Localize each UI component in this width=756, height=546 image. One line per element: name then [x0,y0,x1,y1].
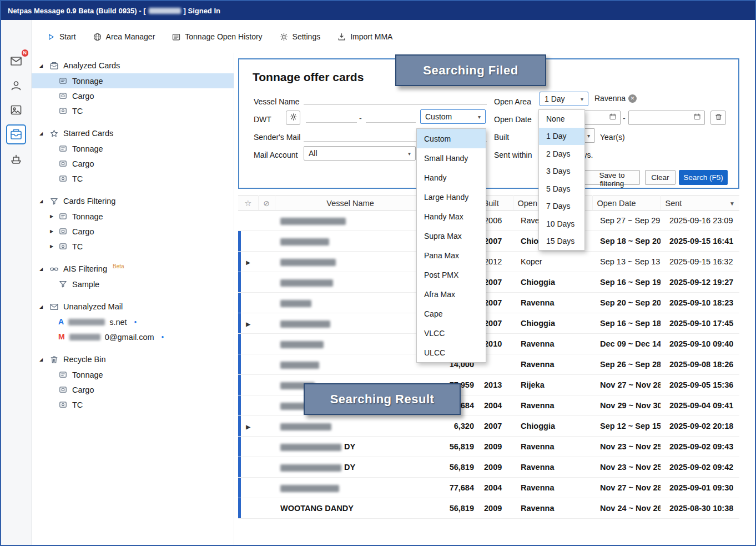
clear-dates-button[interactable] [710,111,726,125]
dropdown-option-pana-max[interactable]: Pana Max [417,246,486,265]
dwt-min-input[interactable] [306,109,357,123]
dropdown-option-10-days[interactable]: 10 Days [539,215,584,233]
search-button[interactable]: Search (F5) [679,170,728,185]
row-select-cell[interactable] [258,437,275,457]
sidebar-section-unanalyzed-mail[interactable]: ◢Unanalyzed Mail [32,299,234,314]
calendar-icon[interactable] [693,113,701,123]
sidebar-section-ais-filtering[interactable]: ◢AIS FilteringBeta [32,261,234,277]
row-select-cell[interactable] [258,457,275,478]
dwt-type-select[interactable]: Custom ▾ [420,109,486,124]
sidebar-item-starred-cards-cargo[interactable]: Cargo [32,156,234,171]
sort-descending-icon[interactable]: ▼ [729,201,735,207]
row-select-cell[interactable] [258,375,275,395]
sidebar-section-cards-filtering[interactable]: ◢Cards Filtering [32,193,234,209]
row-select-cell[interactable] [258,354,275,375]
sidebar-item-unanalyzed-mail-s-net[interactable]: As.net● [32,314,234,329]
sidebar-item-recycle-bin-tonnage[interactable]: Tonnage [32,367,234,382]
dropdown-option-15-days[interactable]: 15 Days [539,233,584,251]
sidebar-item-analyzed-cards-tonnage[interactable]: Tonnage [32,73,234,88]
toolbar-item-area-manager[interactable]: Area Manager [93,32,155,42]
sidebar-item-analyzed-cards-tc[interactable]: TC [32,103,234,118]
row-select-cell[interactable] [258,313,275,334]
toolbar-item-import-mma[interactable]: Import MMA [337,32,392,42]
rail-item-mail[interactable]: N [6,51,26,71]
rail-item-ship[interactable] [6,149,26,169]
dropdown-option-cape[interactable]: Cape [417,304,486,323]
open-date-to-input[interactable] [628,111,705,125]
dwt-settings-button[interactable] [286,111,300,125]
rail-item-contacts[interactable] [6,76,26,96]
header-vessel-name[interactable]: Vessel Name [275,196,426,211]
table-row[interactable]: 2007RavennaSep 20 ~ Sep 202025-09-10 18:… [238,293,739,313]
dropdown-option-3-days[interactable]: 3 Days [539,163,584,181]
sidebar-item-cards-filtering-tc[interactable]: ▶TC [32,239,234,254]
sidebar-item-ais-filtering-sample[interactable]: Sample [32,277,234,292]
dropdown-option-handy-max[interactable]: Handy Max [417,207,486,226]
sidebar-item-starred-cards-tonnage[interactable]: Tonnage [32,141,234,156]
row-expand-cell[interactable]: ▶ [238,416,258,437]
table-row[interactable]: 14,000RavennaSep 26 ~ Sep 282025-09-08 1… [238,354,739,375]
table-row[interactable]: DY56,8192009RavennaNov 23 ~ Nov 252025-0… [238,457,739,478]
table-row[interactable]: 2010RavennaDec 09 ~ Dec 142025-09-10 09:… [238,334,739,354]
sidebar-item-starred-cards-tc[interactable]: TC [32,171,234,186]
table-row[interactable]: ▶2007ChioggiaSep 16 ~ Sep 182025-09-10 1… [238,313,739,334]
expand-arrow-icon[interactable]: ▶ [246,424,250,430]
dwt-max-input[interactable] [366,109,416,123]
table-row[interactable]: DY56,8192009RavennaNov 23 ~ Nov 252025-0… [238,437,739,457]
select-all-icon[interactable]: ⊘ [263,199,270,208]
table-row[interactable]: ▶2012KoperSep 13 ~ Sep 132025-09-15 16:3… [238,252,739,272]
row-expand-cell[interactable]: ▶ [238,252,258,272]
dropdown-option-vlcc[interactable]: VLCC [417,323,486,343]
table-row[interactable]: 2007ChioggiaSep 16 ~ Sep 192025-09-12 19… [238,272,739,293]
dropdown-option-afra-max[interactable]: Afra Max [417,284,486,304]
row-select-cell[interactable] [258,211,275,231]
table-row[interactable]: WOOTANG DANDY56,8192009RavennaNov 24 ~ N… [238,498,739,519]
table-row[interactable]: 2007ChioggiaSep 18 ~ Sep 202025-09-15 16… [238,231,739,252]
expand-arrow-icon[interactable]: ▶ [246,321,250,327]
save-to-filtering-button[interactable]: Save to filtering [584,170,640,185]
dropdown-option-none[interactable]: None [539,110,584,128]
expand-arrow-icon[interactable]: ▶ [246,259,250,266]
dropdown-option-supra-max[interactable]: Supra Max [417,226,486,246]
star-icon[interactable]: ☆ [244,198,251,208]
sidebar-item-cards-filtering-tonnage[interactable]: ▶Tonnage [32,209,234,224]
table-row[interactable]: 77,6842004RavennaNov 27 ~ Nov 282025-09-… [238,478,739,498]
row-expand-cell[interactable]: ▶ [238,313,258,334]
mail-account-select[interactable]: All ▾ [304,146,416,161]
row-select-cell[interactable] [258,252,275,272]
toolbar-item-tonnage-open-history[interactable]: Tonnage Open History [172,32,262,42]
dropdown-option-post-pmx[interactable]: Post PMX [417,265,486,284]
row-select-cell[interactable] [258,498,275,519]
table-row[interactable]: 2006RavennaSep 27 ~ Sep 292025-09-16 23:… [238,211,739,231]
clear-button[interactable]: Clear [645,170,676,185]
row-select-cell[interactable] [258,416,275,437]
dropdown-option-2-days[interactable]: 2 Days [539,145,584,163]
row-select-cell[interactable] [258,334,275,354]
sidebar-item-recycle-bin-tc[interactable]: TC [32,397,234,412]
rail-item-unanalyzed[interactable] [6,100,26,120]
header-open-date[interactable]: Open Date [592,196,661,211]
vessel-name-input[interactable] [304,92,487,105]
sidebar-section-starred-cards[interactable]: ◢Starred Cards [32,126,234,141]
dropdown-option-5-days[interactable]: 5 Days [539,180,584,198]
sidebar-section-analyzed-cards[interactable]: ◢Analyzed Cards [32,58,234,73]
sidebar-item-unanalyzed-mail-0-gmail-com[interactable]: M0@gmail.com● [32,329,234,344]
toolbar-item-settings[interactable]: Settings [279,32,321,42]
open-area-range-select[interactable]: 1 Day ▾ [540,92,588,106]
toolbar-item-start[interactable]: Start [46,32,76,42]
dropdown-option-1-day[interactable]: 1 Day [539,128,584,146]
dropdown-option-ulcc[interactable]: ULCC [417,343,486,362]
header-sent[interactable]: ▼Sent [661,196,739,211]
row-select-cell[interactable] [258,293,275,313]
row-select-cell[interactable] [258,395,275,416]
sidebar-item-recycle-bin-cargo[interactable]: Cargo [32,382,234,397]
sidebar-item-cards-filtering-cargo[interactable]: ▶Cargo [32,224,234,239]
calendar-icon[interactable] [609,113,617,123]
table-row[interactable]: ▶6,3202007ChioggiaSep 12 ~ Sep 152025-09… [238,416,739,437]
dropdown-option-large-handy[interactable]: Large Handy [417,187,486,207]
remove-tag-icon[interactable]: ✕ [628,94,637,103]
dropdown-option-custom[interactable]: Custom [417,129,486,148]
rail-item-analyzed-cards-rail[interactable] [6,124,26,144]
row-select-cell[interactable] [258,272,275,293]
sidebar-section-recycle-bin[interactable]: ◢Recycle Bin [32,352,234,367]
